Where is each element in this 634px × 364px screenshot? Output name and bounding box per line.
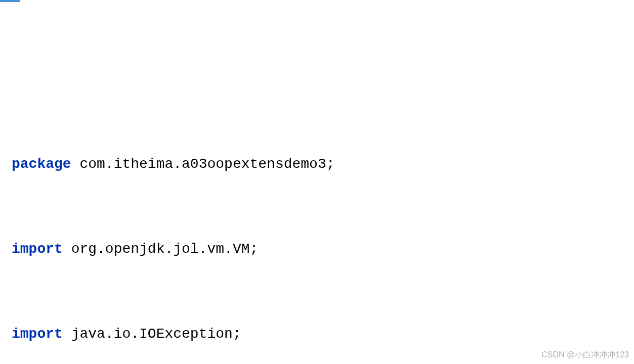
import-statement: org.openjdk.jol.vm.VM;	[63, 241, 258, 257]
tab-indicator	[0, 0, 20, 2]
code-line[interactable]: package com.itheima.a03oopextensdemo3;	[8, 154, 634, 175]
code-line[interactable]: import java.io.IOException;	[8, 324, 634, 345]
code-line[interactable]	[8, 196, 634, 217]
package-name: com.itheima.a03oopextensdemo3;	[71, 156, 335, 172]
keyword-package: package	[12, 156, 71, 172]
code-editor[interactable]: package com.itheima.a03oopextensdemo3; i…	[0, 127, 634, 364]
code-line[interactable]	[8, 281, 634, 302]
keyword-import: import	[12, 326, 63, 342]
code-line[interactable]: import org.openjdk.jol.vm.VM;	[8, 239, 634, 260]
import-statement: java.io.IOException;	[63, 326, 241, 342]
watermark-text: CSDN @小白冲冲冲123	[541, 349, 629, 361]
keyword-import: import	[12, 241, 63, 257]
